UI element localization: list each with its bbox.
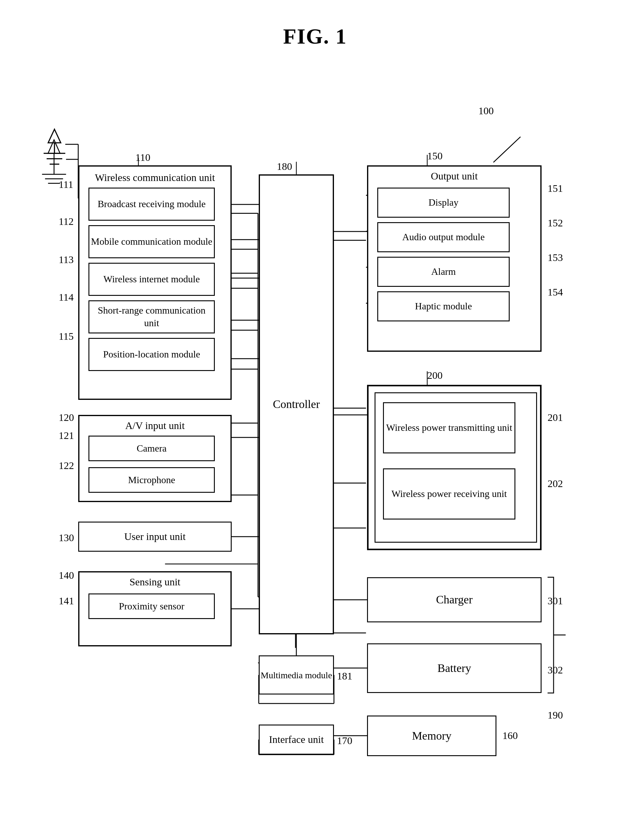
label-200: 200: [427, 370, 443, 381]
box-output-unit: Output unit Display Audio output module …: [367, 165, 541, 352]
label-154: 154: [548, 286, 563, 298]
label-202: 202: [548, 478, 563, 489]
svg-marker-0: [48, 140, 60, 153]
box-alarm: Alarm: [377, 257, 510, 287]
label-121: 121: [59, 430, 74, 441]
box-display: Display: [377, 188, 510, 218]
wireless-comm-label: Wireless communication unit: [79, 171, 231, 184]
box-position-location: Position-location module: [89, 338, 215, 371]
label-113: 113: [59, 254, 74, 265]
box-mobile-comm: Mobile communication module: [89, 225, 215, 258]
svg-marker-30: [48, 129, 61, 143]
box-wireless-power-rec: Wireless power receiving unit: [383, 468, 515, 519]
box-memory: Memory: [367, 715, 496, 756]
output-unit-label: Output unit: [368, 170, 540, 183]
box-power-group: Wireless power transmitting unit Wireles…: [367, 385, 541, 550]
label-170: 170: [337, 735, 352, 747]
label-153: 153: [548, 252, 563, 264]
label-110: 110: [135, 152, 150, 163]
av-input-label: A/V input unit: [79, 419, 231, 432]
label-181: 181: [337, 670, 352, 682]
box-microphone: Microphone: [89, 467, 215, 493]
label-140: 140: [59, 570, 74, 581]
box-charger: Charger: [367, 577, 541, 622]
label-120: 120: [59, 412, 74, 423]
box-proximity-sensor: Proximity sensor: [89, 594, 215, 619]
label-141: 141: [59, 595, 74, 607]
box-sensing: Sensing unit Proximity sensor: [78, 571, 232, 646]
box-interface: Interface unit: [259, 725, 334, 755]
label-130: 130: [59, 532, 74, 543]
label-111: 111: [59, 179, 73, 190]
page-title: FIG. 1: [0, 0, 630, 49]
box-wireless-comm: Wireless communication unit Broadcast re…: [78, 165, 232, 400]
box-audio-output: Audio output module: [377, 222, 510, 252]
label-201: 201: [548, 412, 563, 423]
box-battery: Battery: [367, 643, 541, 693]
box-user-input: User input unit: [78, 522, 232, 552]
box-wireless-internet: Wireless internet module: [89, 263, 215, 296]
label-180: 180: [277, 161, 292, 172]
box-av-input: A/V input unit Camera Microphone: [78, 415, 232, 502]
svg-line-59: [494, 137, 521, 163]
label-190: 190: [548, 709, 563, 721]
label-112: 112: [59, 216, 74, 227]
box-haptic: Haptic module: [377, 291, 510, 321]
label-114: 114: [59, 292, 74, 303]
box-camera: Camera: [89, 436, 215, 461]
box-short-range: Short-range communication unit: [89, 300, 215, 333]
label-122: 122: [59, 460, 74, 471]
label-100: 100: [478, 105, 494, 117]
box-multimedia: Multimedia module: [259, 655, 334, 695]
label-152: 152: [548, 217, 563, 229]
box-broadcast: Broadcast receiving module: [89, 188, 215, 221]
label-115: 115: [59, 331, 74, 342]
label-302: 302: [548, 665, 563, 676]
box-wireless-power-trans: Wireless power transmitting unit: [383, 402, 515, 453]
sensing-label: Sensing unit: [79, 575, 231, 589]
diagram-container: 100 Wireless communication unit Broadcas…: [18, 84, 612, 822]
label-150: 150: [427, 150, 443, 162]
label-151: 151: [548, 183, 563, 194]
label-301: 301: [548, 595, 563, 607]
label-160: 160: [502, 730, 518, 741]
box-controller: Controller: [259, 174, 334, 634]
